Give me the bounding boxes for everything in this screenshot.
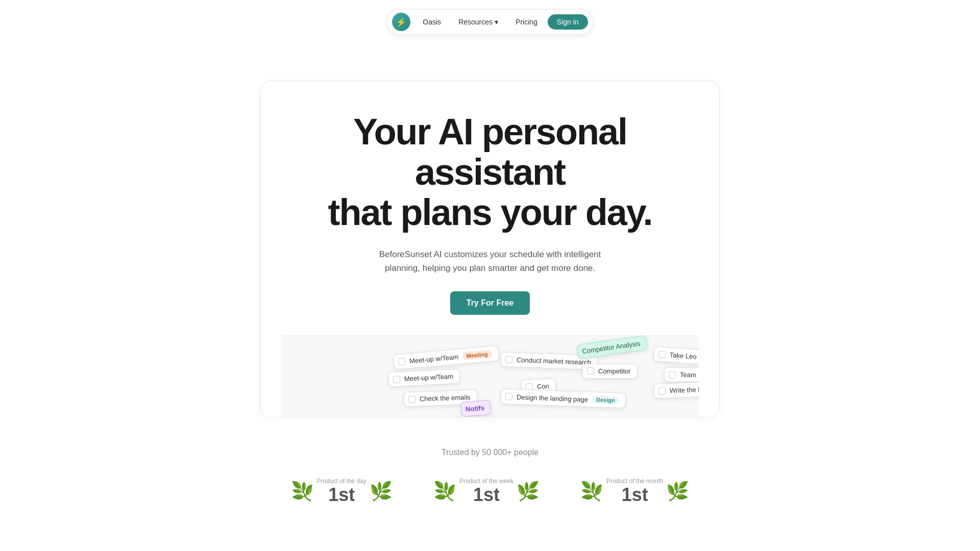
nav-container: ⚡ Oasis Resources ▾ Pricing Sign in: [386, 9, 593, 35]
tasks-visualization: Meet-up w/Team Meeting Meet-up w/Team Ch…: [281, 335, 699, 417]
task-card: Team: [664, 367, 699, 382]
wreath-right-icon: 🌿: [666, 481, 689, 502]
task-checkbox[interactable]: [587, 367, 594, 374]
nav-pricing[interactable]: Pricing: [508, 14, 545, 30]
task-card: Write the blog: [654, 382, 699, 398]
award-day: 🌿 Product of the day 1st 🌿: [291, 478, 393, 505]
award-inner-week: Product of the week 1st: [459, 478, 513, 505]
award-wreath-month: 🌿 Product of the month 1st 🌿: [580, 478, 689, 505]
task-card-competitor-analysis: Competitor Analysis: [577, 335, 648, 359]
award-week: 🌿 Product of the week 1st 🌿: [433, 478, 540, 505]
task-checkbox[interactable]: [658, 387, 666, 394]
task-card: Competitor: [582, 364, 638, 379]
chevron-down-icon: ▾: [495, 18, 498, 26]
task-card: Meet-up w/Team: [388, 368, 460, 387]
award-month: 🌿 Product of the month 1st 🌿: [580, 478, 689, 505]
wreath-right-icon: 🌿: [517, 481, 540, 502]
award-inner-month: Product of the month 1st: [606, 478, 663, 505]
wreath-left-icon: 🌿: [433, 481, 456, 502]
nav-oasis[interactable]: Oasis: [415, 14, 448, 30]
trust-section: Trusted by 50 000+ people 🌿 Product of t…: [0, 417, 980, 525]
award-wreath-week: 🌿 Product of the week 1st 🌿: [433, 478, 540, 505]
hero-section: Your AI personal assistant that plans yo…: [260, 81, 720, 417]
try-for-free-button[interactable]: Try For Free: [450, 291, 530, 315]
task-checkbox[interactable]: [393, 375, 401, 383]
wreath-right-icon: 🌿: [370, 481, 393, 502]
task-tag: Meeting: [462, 349, 492, 360]
task-card-notifs: Notifs: [460, 400, 492, 417]
nav-resources[interactable]: Resources ▾: [451, 14, 505, 30]
wreath-left-icon: 🌿: [580, 481, 603, 502]
task-checkbox[interactable]: [408, 395, 415, 403]
awards-row: 🌿 Product of the day 1st 🌿 🌿 Product of …: [0, 478, 980, 505]
award-inner-day: Product of the day 1st: [317, 478, 366, 505]
navbar: ⚡ Oasis Resources ▾ Pricing Sign in: [0, 0, 980, 35]
task-card: Meet-up w/Team Meeting: [393, 345, 499, 370]
task-checkbox[interactable]: [658, 350, 666, 358]
hero-subtitle: BeforeSunset AI customizes your schedule…: [373, 247, 607, 275]
task-card: Take Leo 🐶: [653, 346, 699, 365]
wreath-left-icon: 🌿: [291, 481, 314, 502]
task-checkbox[interactable]: [669, 371, 676, 378]
task-checkbox[interactable]: [505, 393, 512, 400]
task-tag: Design: [592, 395, 619, 405]
award-wreath-day: 🌿 Product of the day 1st 🌿: [291, 478, 393, 505]
task-checkbox[interactable]: [398, 358, 406, 365]
hero-title: Your AI personal assistant that plans yo…: [281, 112, 699, 233]
logo-icon[interactable]: ⚡: [392, 13, 410, 31]
signin-button[interactable]: Sign in: [548, 14, 588, 30]
trust-label: Trusted by 50 000+ people: [0, 448, 980, 457]
task-checkbox[interactable]: [505, 356, 512, 363]
task-card-design: Design the landing page Design: [501, 389, 626, 409]
